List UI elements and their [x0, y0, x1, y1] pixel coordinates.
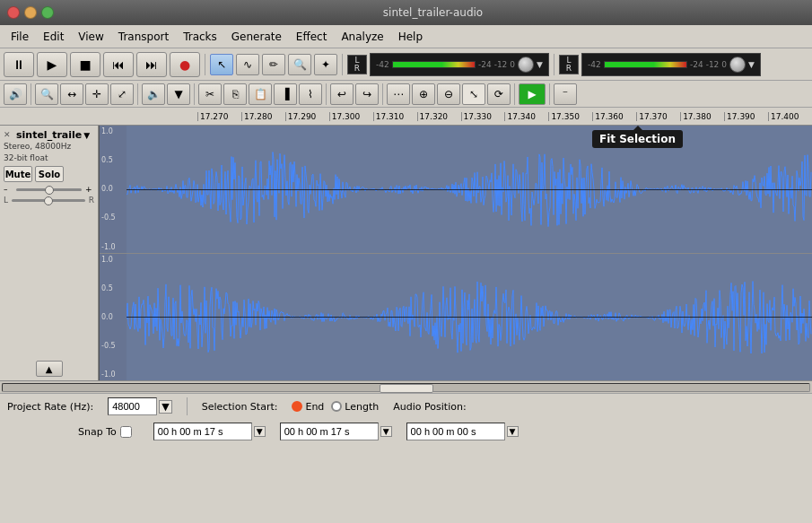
zoom-in-h-button[interactable]: 🔍: [35, 83, 58, 105]
gain-knob-left[interactable]: [518, 57, 534, 73]
lr-indicator-left: L R: [347, 55, 367, 74]
project-rate-input[interactable]: [108, 397, 157, 415]
project-rate-dropdown[interactable]: ▼: [159, 400, 171, 414]
snap-to-checkbox[interactable]: [120, 426, 132, 438]
separator-5: [137, 83, 138, 105]
zoom-fit-h-button[interactable]: ⤢: [110, 83, 134, 105]
end-dropdown[interactable]: ▼: [380, 426, 392, 437]
record-button[interactable]: ●: [170, 52, 200, 77]
vu-bar-right: [604, 61, 687, 68]
volume-button[interactable]: 🔈: [142, 83, 165, 105]
audio-position-label: Audio Position:: [393, 401, 466, 413]
selection-start-input[interactable]: [153, 423, 252, 440]
ruler-mark-1: 17.280: [241, 112, 285, 121]
end-label: End: [305, 401, 324, 413]
separator-6: [194, 83, 195, 105]
menu-tracks[interactable]: Tracks: [176, 29, 224, 45]
skip-back-icon: ⏮: [112, 57, 125, 72]
zoom-out2-button[interactable]: ⊖: [437, 83, 460, 105]
ruler-mark-7: 17.340: [504, 112, 548, 121]
paste-button[interactable]: 📋: [249, 83, 272, 105]
snap-zero-button[interactable]: ⋯: [387, 83, 410, 105]
title-bar: sintel_trailer-audio: [0, 0, 812, 25]
menu-transport[interactable]: Transport: [111, 29, 176, 45]
minimize-button[interactable]: [24, 6, 37, 19]
draw-tool-button[interactable]: ✏: [262, 54, 285, 75]
status-row-1: Project Rate (Hz): ▼ Selection Start: En…: [0, 394, 812, 419]
undo-button[interactable]: ↩: [330, 83, 354, 105]
multi-tool-button[interactable]: ✦: [314, 54, 337, 75]
track-dropdown-button[interactable]: ▼: [83, 131, 92, 140]
copy-button[interactable]: ⎘: [223, 83, 247, 105]
ruler-mark-4: 17.310: [373, 112, 417, 121]
pan-slider[interactable]: [12, 199, 85, 202]
close-button[interactable]: [7, 6, 20, 19]
redo-button[interactable]: ↪: [355, 83, 379, 105]
select-tool-button[interactable]: ↖: [210, 54, 233, 75]
end-radio[interactable]: [292, 401, 302, 412]
maximize-button[interactable]: [41, 6, 54, 19]
speaker-button[interactable]: 🔊: [4, 83, 27, 105]
mute-button[interactable]: Mute: [4, 166, 32, 182]
stop-button[interactable]: ■: [70, 52, 100, 77]
gain-slider-row: – +: [4, 185, 94, 194]
waveform-channel-1: 1.0 0.5 0.0 -0.5 -1.0: [100, 126, 812, 254]
selection-start-dropdown[interactable]: ▼: [254, 426, 266, 437]
track-name: sintel_traile: [16, 129, 82, 141]
play-at-speed-button[interactable]: ▶: [519, 83, 546, 105]
separator-7: [326, 83, 327, 105]
horizontal-scrollbar[interactable]: [0, 380, 812, 393]
zoom-sel-button[interactable]: ✛: [85, 83, 109, 105]
envelope-icon: ∿: [243, 58, 252, 71]
menu-analyze[interactable]: Analyze: [334, 29, 390, 45]
paste-icon: 📋: [254, 88, 267, 100]
ruler-mark-0: 17.270: [197, 112, 241, 121]
status-row-2: Snap To ▼ ▼ ▼: [0, 419, 812, 444]
silence-button[interactable]: ⌇: [299, 83, 322, 105]
window-controls[interactable]: [7, 6, 54, 19]
skip-back-button[interactable]: ⏮: [103, 52, 134, 77]
zoom-tool-button[interactable]: 🔍: [288, 54, 311, 75]
play-speed-icon: ▶: [528, 88, 536, 100]
end-length-radio-group: End Length: [292, 401, 379, 413]
scrollbar-thumb[interactable]: [380, 384, 433, 393]
trim-button[interactable]: ▐: [274, 83, 297, 105]
draw-mode-button[interactable]: ⁻: [554, 83, 577, 105]
zoom-sel-icon: ✛: [92, 88, 101, 100]
volume-dropdown-button[interactable]: ▼: [167, 83, 190, 105]
play-button[interactable]: ▶: [37, 52, 67, 77]
zoom-out-h-button[interactable]: ↔: [60, 83, 83, 105]
stop-icon: ■: [79, 57, 91, 72]
collapse-track-button[interactable]: ▲: [36, 361, 63, 377]
end-input[interactable]: [280, 423, 379, 440]
volume-dropdown-icon: ▼: [174, 88, 182, 100]
menu-help[interactable]: Help: [391, 29, 430, 45]
zoom-in2-button[interactable]: ⊕: [412, 83, 435, 105]
record-icon: ●: [179, 57, 190, 72]
audio-position-input[interactable]: [406, 423, 505, 440]
menu-effect[interactable]: Effect: [289, 29, 335, 45]
menu-edit[interactable]: Edit: [36, 29, 71, 45]
cut-button[interactable]: ✂: [198, 83, 222, 105]
project-rate-label: Project Rate (Hz):: [7, 401, 93, 413]
envelope-tool-button[interactable]: ∿: [236, 54, 259, 75]
skip-forward-button[interactable]: ⏭: [136, 52, 167, 77]
audio-pos-dropdown[interactable]: ▼: [507, 426, 519, 437]
menu-view[interactable]: View: [71, 29, 110, 45]
menu-file[interactable]: File: [4, 29, 36, 45]
ruler-mark-13: 17.400: [768, 112, 812, 121]
zoom-in-h-icon: 🔍: [40, 88, 54, 100]
ruler-mark-5: 17.320: [417, 112, 461, 121]
track-close-button[interactable]: ✕: [4, 130, 14, 141]
gain-knob-right[interactable]: [729, 57, 746, 73]
menu-generate[interactable]: Generate: [224, 29, 289, 45]
toolbar-row-1: ⏸ ▶ ■ ⏮ ⏭ ● ↖ ∿ ✏ 🔍 ✦ L R -42 -24 -12: [0, 48, 812, 81]
length-radio[interactable]: [331, 401, 342, 412]
pause-button[interactable]: ⏸: [4, 52, 34, 77]
gain-slider[interactable]: [16, 188, 82, 191]
vu-bar-left: [392, 61, 476, 68]
zoom-reset-button[interactable]: ⟳: [487, 83, 511, 105]
solo-button[interactable]: Solo: [35, 166, 64, 182]
cursor-icon: ↖: [217, 58, 226, 71]
fit-selection-button[interactable]: ⤡ Fit Selection: [462, 83, 485, 105]
